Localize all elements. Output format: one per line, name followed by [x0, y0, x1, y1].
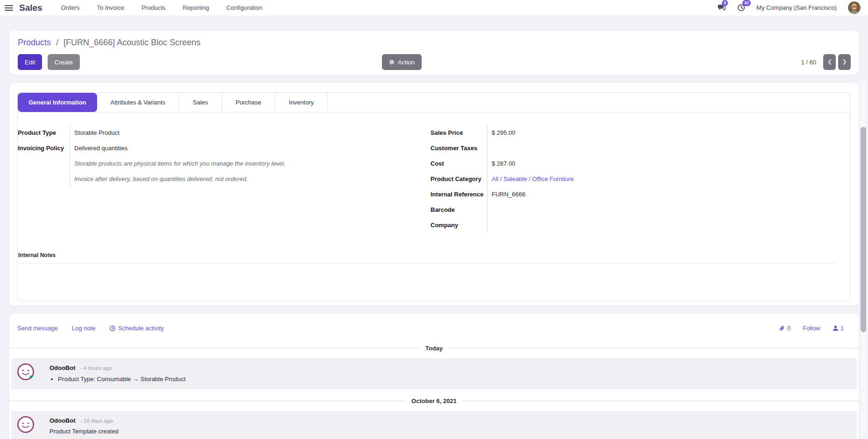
app-name[interactable]: Sales: [19, 3, 42, 13]
chatter-message[interactable]: OdooBot - 4 hours ago Product Type: Cons…: [11, 358, 857, 389]
chevron-right-icon: [842, 59, 847, 65]
field-label-barcode: Barcode: [430, 202, 487, 218]
breadcrumb-current: [FURN_6666] Acoustic Bloc Screens: [64, 38, 200, 47]
product-category-link[interactable]: All / Saleable / Office Furniture: [492, 175, 574, 182]
help-text-storable: Storable products are physical items for…: [70, 156, 419, 172]
navbar-left: Sales Orders To Invoice Products Reporti…: [5, 3, 262, 13]
breadcrumb-separator: /: [56, 38, 58, 47]
followers-button[interactable]: 1: [833, 325, 844, 332]
date-divider-today: Today: [9, 345, 859, 352]
divider-label: October 6, 2021: [411, 397, 457, 404]
log-note-button[interactable]: Log note: [72, 325, 96, 332]
chatter-toolbar: Send message Log note Schedule activity …: [9, 314, 859, 332]
menu-item-to-invoice[interactable]: To Invoice: [97, 4, 124, 11]
field-value-cost: $ 287.00: [487, 156, 841, 172]
tab-sales[interactable]: Sales: [179, 93, 222, 112]
pager: 1 / 60: [801, 54, 851, 70]
create-button[interactable]: Create: [48, 54, 80, 70]
tab-general-information[interactable]: General Information: [18, 93, 97, 112]
message-body: Product Type: Consumable → Storable Prod…: [49, 375, 850, 383]
field-label-internal-reference: Internal Reference: [430, 187, 487, 202]
form-content: Product Type Invoicing Policy Storable P…: [18, 112, 850, 301]
paperclip-icon: [779, 325, 785, 332]
edit-button[interactable]: Edit: [18, 54, 42, 70]
pager-previous-button[interactable]: [823, 54, 836, 70]
field-value-product-type: Storable Product: [70, 125, 419, 141]
attachments-count: 0: [787, 325, 790, 332]
field-value-internal-reference: FURN_6666: [487, 187, 841, 202]
field-value-invoicing-policy: Delivered quantities: [70, 141, 419, 156]
navbar-right: 5 32 My Company (San Francisco): [717, 1, 861, 14]
schedule-activity-button[interactable]: Schedule activity: [109, 325, 164, 332]
tab-label: Purchase: [236, 99, 261, 106]
tab-label: Inventory: [289, 99, 314, 106]
internal-notes-label: Internal Notes: [18, 252, 56, 258]
odoobot-avatar: [17, 363, 35, 381]
chevron-left-icon: [827, 59, 832, 65]
scrollbar-thumb[interactable]: [861, 127, 866, 332]
odoobot-avatar: [17, 416, 35, 433]
message-timestamp: - 16 days ago: [80, 418, 113, 424]
company-switcher[interactable]: My Company (San Francisco): [756, 4, 837, 11]
menu-item-products[interactable]: Products: [141, 4, 165, 11]
control-panel-buttons: Edit Create Action 1 / 60: [18, 54, 851, 71]
product-form: General Information Attributes & Variant…: [9, 83, 859, 306]
field-values: $ 295.00 $ 287.00 All / Saleable / Offic…: [487, 125, 841, 233]
activities-button[interactable]: 32: [737, 4, 745, 12]
form-sheet: General Information Attributes & Variant…: [17, 92, 850, 301]
field-label-invoicing-policy: Invoicing Policy: [18, 141, 70, 156]
notebook-tabs: General Information Attributes & Variant…: [18, 93, 850, 112]
send-message-button[interactable]: Send message: [17, 325, 58, 332]
message-author[interactable]: OdooBot: [49, 364, 76, 371]
user-avatar[interactable]: [848, 1, 861, 14]
tab-attributes-variants[interactable]: Attributes & Variants: [97, 93, 180, 112]
chatter: Send message Log note Schedule activity …: [9, 314, 859, 439]
field-labels: Sales Price Customer Taxes Cost Product …: [430, 125, 487, 233]
activities-badge: 32: [742, 0, 751, 6]
internal-notes-section: Internal Notes: [18, 251, 836, 264]
tab-label: General Information: [28, 99, 86, 106]
message-content: OdooBot - 4 hours ago Product Type: Cons…: [49, 363, 850, 383]
field-label-sales-price: Sales Price: [430, 125, 487, 141]
message-timestamp: - 4 hours ago: [80, 365, 112, 371]
tab-inventory[interactable]: Inventory: [275, 93, 328, 112]
chatter-actions: Send message Log note Schedule activity: [17, 325, 164, 332]
field-label-company: Company: [430, 218, 487, 233]
control-panel: Products / [FURN_6666] Acoustic Bloc Scr…: [9, 31, 859, 75]
field-label-customer-taxes: Customer Taxes: [430, 141, 487, 156]
follower-person-icon: [833, 325, 839, 331]
tab-purchase[interactable]: Purchase: [222, 93, 275, 112]
message-author[interactable]: OdooBot: [49, 417, 76, 424]
field-group-right: Sales Price Customer Taxes Cost Product …: [430, 125, 841, 233]
menu-item-orders[interactable]: Orders: [61, 4, 80, 11]
date-divider-october: October 6, 2021: [9, 397, 859, 404]
message-content: OdooBot - 16 days ago Product Template c…: [49, 416, 850, 435]
messages-badge: 5: [722, 0, 728, 6]
apps-menu-icon[interactable]: [5, 5, 13, 11]
tab-label: Attributes & Variants: [111, 99, 166, 106]
field-value-customer-taxes: [487, 141, 841, 156]
follow-button[interactable]: Follow: [803, 325, 820, 332]
field-label-product-type: Product Type: [18, 125, 70, 141]
field-values: Storable Product Delivered quantities St…: [70, 125, 419, 187]
divider-label: Today: [425, 345, 443, 352]
followers-count: 1: [840, 325, 844, 332]
field-value-sales-price: $ 295.00: [487, 125, 841, 141]
action-button[interactable]: Action: [382, 54, 422, 70]
gear-icon: [389, 59, 395, 65]
main-menu: Orders To Invoice Products Reporting Con…: [61, 4, 262, 11]
attachments-button[interactable]: 0: [779, 325, 790, 332]
pager-next-button[interactable]: [838, 54, 851, 70]
page: Sales Orders To Invoice Products Reporti…: [0, 0, 868, 439]
menu-item-reporting[interactable]: Reporting: [183, 4, 209, 11]
schedule-clock-icon: [109, 325, 116, 332]
chatter-meta: 0 Follow 1: [779, 325, 844, 332]
messages-button[interactable]: 5: [717, 4, 726, 12]
user-avatar-image: [848, 1, 861, 14]
tab-label: Sales: [193, 99, 208, 106]
chatter-message[interactable]: OdooBot - 16 days ago Product Template c…: [11, 411, 857, 439]
menu-item-configuration[interactable]: Configuration: [226, 4, 262, 11]
breadcrumb-products-link[interactable]: Products: [18, 38, 51, 47]
field-label-cost: Cost: [430, 156, 487, 172]
pager-count: 1 / 60: [801, 59, 816, 66]
